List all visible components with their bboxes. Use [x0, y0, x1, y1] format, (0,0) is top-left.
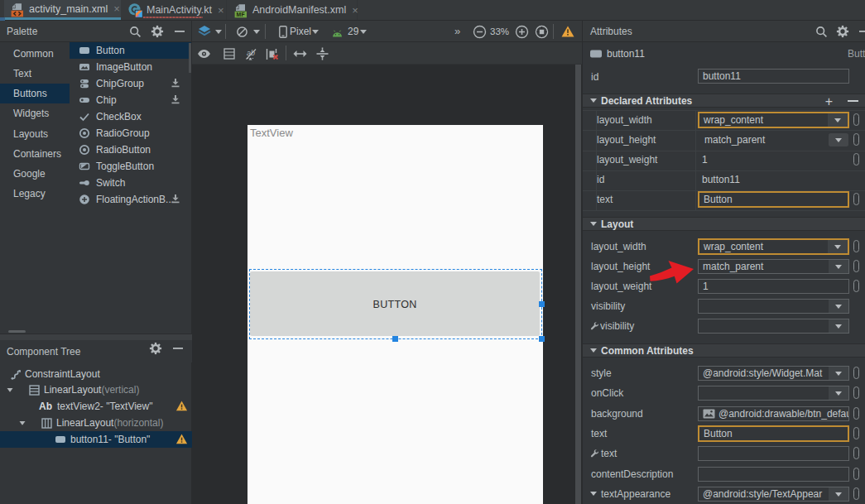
svg-text:MF: MF [237, 12, 245, 17]
svg-text:ab: ab [247, 49, 255, 57]
